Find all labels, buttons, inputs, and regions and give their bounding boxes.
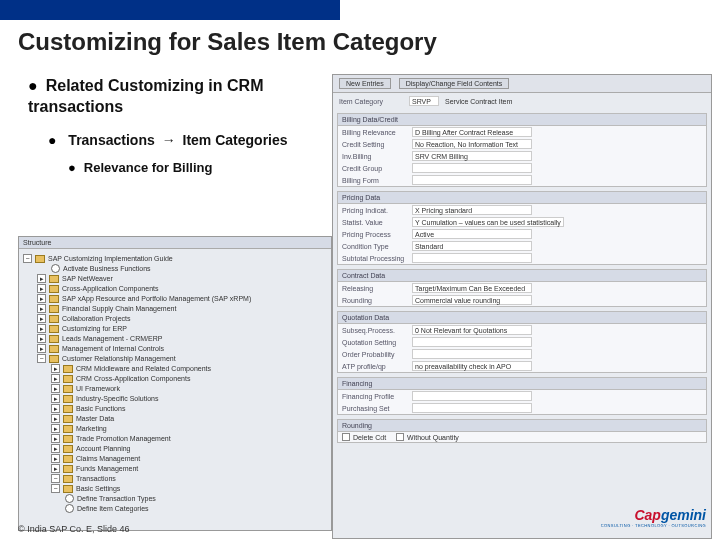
logo: Capgemini CONSULTING · TECHNOLOGY · OUTS… xyxy=(601,507,706,528)
group-title: Billing Data/Credit xyxy=(338,114,706,126)
field-value[interactable] xyxy=(412,349,532,359)
folder-icon xyxy=(63,365,73,373)
field-label: Pricing Process xyxy=(342,231,412,238)
field-value[interactable]: D Billing After Contract Release xyxy=(412,127,532,137)
field-value[interactable]: SRV CRM Billing xyxy=(412,151,532,161)
field-value[interactable]: Y Cumulation – values can be used statis… xyxy=(412,217,564,227)
expand-icon[interactable]: − xyxy=(37,354,46,363)
expand-icon[interactable]: ▸ xyxy=(37,274,46,283)
checkbox[interactable] xyxy=(396,433,404,441)
expand-icon[interactable]: ▸ xyxy=(37,344,46,353)
expand-icon[interactable]: ▸ xyxy=(37,334,46,343)
field-row: Quotation Setting xyxy=(338,336,706,348)
field-value[interactable] xyxy=(412,403,532,413)
tree-node[interactable]: ▸Leads Management - CRM/ERP xyxy=(37,334,327,343)
tree-node[interactable]: ▸CRM Middleware and Related Components xyxy=(51,364,327,373)
tree-node[interactable]: ▸Account Planning xyxy=(51,444,327,453)
tree-node[interactable]: ▸SAP NetWeaver xyxy=(37,274,327,283)
field-value[interactable]: Active xyxy=(412,229,532,239)
field-row: Pricing Indicat.X Pricing standard xyxy=(338,204,706,216)
field-value[interactable] xyxy=(412,391,532,401)
field-label: Subseq.Process. xyxy=(342,327,412,334)
expand-icon[interactable]: ▸ xyxy=(51,454,60,463)
expand-icon[interactable]: ▸ xyxy=(37,294,46,303)
header-bar xyxy=(0,0,340,20)
tree-label: Funds Management xyxy=(76,465,138,472)
bullet-1: Related Customizing in CRM transactions xyxy=(28,76,302,118)
field-value[interactable]: X Pricing standard xyxy=(412,205,532,215)
expand-icon[interactable]: ▸ xyxy=(37,304,46,313)
expand-icon[interactable]: ▸ xyxy=(51,414,60,423)
tree-node[interactable]: ▸Financial Supply Chain Management xyxy=(37,304,327,313)
item-category-row: Item Category SRVP Service Contract Item xyxy=(333,93,711,109)
group-title: Financing xyxy=(338,378,706,390)
tree-node[interactable]: ▸Basic Functions xyxy=(51,404,327,413)
expand-icon[interactable]: − xyxy=(23,254,32,263)
tree-node[interactable]: ▸Funds Management xyxy=(51,464,327,473)
expand-icon[interactable]: ▸ xyxy=(51,404,60,413)
field-value[interactable]: Standard xyxy=(412,241,532,251)
expand-icon[interactable]: ▸ xyxy=(51,364,60,373)
field-value[interactable] xyxy=(412,337,532,347)
item-category-field[interactable]: SRVP xyxy=(409,96,439,106)
bullet-list: Related Customizing in CRM transactions … xyxy=(0,76,330,175)
expand-icon[interactable]: − xyxy=(51,474,60,483)
expand-icon[interactable]: ▸ xyxy=(51,434,60,443)
expand-icon[interactable]: ▸ xyxy=(51,374,60,383)
expand-icon[interactable]: ▸ xyxy=(37,324,46,333)
folder-icon xyxy=(35,255,45,263)
field-value[interactable]: no preavailability check in APO xyxy=(412,361,532,371)
tree-node[interactable]: ▸Cross-Application Components xyxy=(37,284,327,293)
tree-node[interactable]: −Transactions xyxy=(51,474,327,483)
tree-label: UI Framework xyxy=(76,385,120,392)
tree-node[interactable]: Define Item Categories xyxy=(51,504,327,513)
expand-icon[interactable]: ▸ xyxy=(37,284,46,293)
field-value[interactable]: Commercial value rounding xyxy=(412,295,532,305)
tree-label: Trade Promotion Management xyxy=(76,435,171,442)
expand-icon[interactable]: ▸ xyxy=(51,464,60,473)
tree-node[interactable]: ▸Collaboration Projects xyxy=(37,314,327,323)
field-value[interactable]: 0 Not Relevant for Quotations xyxy=(412,325,532,335)
folder-icon xyxy=(49,345,59,353)
field-label: Quotation Setting xyxy=(342,339,412,346)
field-value[interactable] xyxy=(412,253,532,263)
bullet-2: Transactions → Item Categories xyxy=(48,132,302,148)
tree-node[interactable]: ▸SAP xApp Resource and Portfolio Managem… xyxy=(37,294,327,303)
tree-node[interactable]: ▸Industry-Specific Solutions xyxy=(51,394,327,403)
tree-node[interactable]: −SAP Customizing Implementation Guide xyxy=(23,254,327,263)
expand-icon[interactable]: ▸ xyxy=(51,424,60,433)
tree-node[interactable]: ▸Master Data xyxy=(51,414,327,423)
expand-icon[interactable]: − xyxy=(51,484,60,493)
field-row: ReleasingTarget/Maximum Can Be Exceeded xyxy=(338,282,706,294)
tree-node[interactable]: ▸CRM Cross-Application Components xyxy=(51,374,327,383)
tree-label: Activate Business Functions xyxy=(63,265,151,272)
expand-icon[interactable]: ▸ xyxy=(51,394,60,403)
folder-icon xyxy=(63,435,73,443)
field-group: Pricing DataPricing Indicat.X Pricing st… xyxy=(337,191,707,265)
field-row: Condition TypeStandard xyxy=(338,240,706,252)
field-value[interactable] xyxy=(412,175,532,185)
tree-node[interactable]: ▸Marketing xyxy=(51,424,327,433)
tree-node[interactable]: −Customer Relationship Management xyxy=(37,354,327,363)
field-value[interactable]: No Reaction, No Information Text xyxy=(412,139,532,149)
tree-node[interactable]: ▸Trade Promotion Management xyxy=(51,434,327,443)
field-row: Order Probability xyxy=(338,348,706,360)
checkbox[interactable] xyxy=(342,433,350,441)
tree-node[interactable]: ▸Claims Management xyxy=(51,454,327,463)
new-entries-button[interactable]: New Entries xyxy=(339,78,391,89)
tree-node[interactable]: ▸Management of Internal Controls xyxy=(37,344,327,353)
tree-node[interactable]: Define Transaction Types xyxy=(51,494,327,503)
expand-icon[interactable]: ▸ xyxy=(51,384,60,393)
tree-label: SAP Customizing Implementation Guide xyxy=(48,255,173,262)
tree-node[interactable]: ▸UI Framework xyxy=(51,384,327,393)
tree-label: SAP xApp Resource and Portfolio Manageme… xyxy=(62,295,251,302)
field-label: Billing Form xyxy=(342,177,412,184)
tree-node[interactable]: ▸Customizing for ERP xyxy=(37,324,327,333)
tree-node[interactable]: Activate Business Functions xyxy=(37,264,327,273)
change-fields-button[interactable]: Display/Change Field Contents xyxy=(399,78,510,89)
tree-node[interactable]: −Basic Settings xyxy=(51,484,327,493)
field-value[interactable] xyxy=(412,163,532,173)
field-value[interactable]: Target/Maximum Can Be Exceeded xyxy=(412,283,532,293)
expand-icon[interactable]: ▸ xyxy=(37,314,46,323)
expand-icon[interactable]: ▸ xyxy=(51,444,60,453)
